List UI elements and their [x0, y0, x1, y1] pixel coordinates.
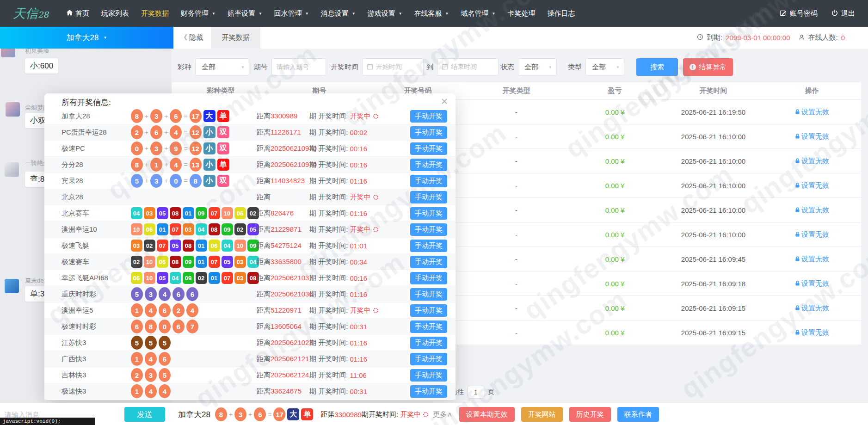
manual-draw-button[interactable]: 手动开奖: [410, 191, 447, 203]
account-password-button[interactable]: 账号密码: [780, 9, 818, 18]
nav-item-赔率设置[interactable]: 赔率设置▼: [228, 9, 262, 18]
cell-action: 设置无效: [763, 108, 861, 117]
send-button[interactable]: 发送: [124, 407, 165, 422]
set-invalid-link[interactable]: 设置无效: [794, 157, 829, 166]
manual-draw-button[interactable]: 手动开奖: [410, 159, 447, 171]
separator: =: [184, 112, 187, 120]
online-label: 在线人数:: [808, 33, 837, 42]
bottom-button-开奖网站[interactable]: 开奖网站: [521, 407, 563, 422]
bottom-button-历史开奖[interactable]: 历史开奖: [569, 407, 611, 422]
logout-button[interactable]: 退出: [831, 9, 855, 18]
set-invalid-link[interactable]: 设置无效: [794, 132, 829, 141]
lottery-type-select[interactable]: 全部▼: [195, 58, 249, 76]
manual-draw-button[interactable]: 手动开奖: [410, 207, 447, 220]
manual-draw-button[interactable]: 手动开奖: [410, 304, 447, 317]
race-number-chip: 01: [183, 207, 194, 219]
manual-draw-button[interactable]: 手动开奖: [410, 175, 447, 187]
lottery-selector-button[interactable]: 加拿大28▼: [0, 27, 173, 49]
tab-draw-data[interactable]: 开奖数据: [211, 27, 260, 49]
nav-item-财务管理[interactable]: 财务管理▼: [181, 9, 215, 18]
dist-value: 20250621036: [271, 290, 313, 298]
bottom-button-设置本期无效[interactable]: 设置本期无效: [459, 407, 515, 422]
nav-item-消息设置[interactable]: 消息设置▼: [321, 9, 356, 18]
lock-icon: [794, 231, 800, 239]
number-ball: 8: [145, 320, 157, 333]
bottom-button-联系作者[interactable]: 联系作者: [617, 407, 659, 422]
race-number-chip: 09: [183, 256, 194, 268]
more-button[interactable]: 更多∧: [433, 410, 452, 419]
chevron-down-icon: ▼: [548, 65, 552, 69]
start-time-picker[interactable]: 开始时间: [362, 58, 424, 76]
nav-item-开奖数据[interactable]: 开奖数据: [141, 9, 169, 18]
manual-draw-button[interactable]: 手动开奖: [410, 256, 447, 268]
manual-draw-button[interactable]: 手动开奖: [410, 240, 447, 252]
filter-bar: 彩种 全部▼ 期号 开奖时间 开始时间 到 结束时间 状态 全部▼ 类型 全部▼…: [172, 58, 733, 76]
race-number-chip: 07: [170, 223, 181, 235]
draw-time: 期 开奖时间: 01:01: [309, 241, 402, 250]
set-invalid-label: 设置无效: [801, 230, 829, 239]
sub-header: 加拿大28▼ 《 隐藏 开奖数据 到期: 2099-03-01 00:00:00…: [0, 27, 868, 49]
race-number-chip: 07: [222, 272, 233, 284]
end-time-picker[interactable]: 结束时间: [437, 58, 499, 76]
dist-label: 距离: [257, 339, 271, 346]
kind-label: 类型: [568, 63, 582, 72]
page-number-input[interactable]: [468, 386, 484, 399]
manual-draw-button[interactable]: 手动开奖: [410, 223, 447, 236]
nav-item-游戏设置[interactable]: 游戏设置▼: [368, 9, 402, 18]
draw-result-balls: 03020705080106041009: [131, 240, 257, 252]
race-number-chip: 03: [234, 272, 246, 284]
search-button[interactable]: 搜索: [636, 58, 678, 76]
cell-draw-time: 2025-06-21 16:09:15: [664, 329, 763, 337]
manual-draw-button[interactable]: 手动开奖: [410, 142, 447, 155]
manual-draw-button[interactable]: 手动开奖: [410, 353, 447, 365]
time-label: 期 开奖时间:: [309, 241, 348, 250]
number-ball: 17: [273, 407, 285, 421]
nav-item-操作日志[interactable]: 操作日志: [547, 9, 575, 18]
race-number-chip: 06: [209, 240, 220, 252]
nav-item-回水管理[interactable]: 回水管理▼: [274, 9, 309, 18]
manual-draw-button[interactable]: 手动开奖: [410, 337, 447, 349]
chevron-down-icon: ▼: [241, 65, 245, 69]
cell-draw-type: -: [467, 304, 566, 312]
close-icon[interactable]: ✕: [441, 96, 448, 107]
lock-icon: [794, 133, 800, 141]
race-number-chip: 02: [131, 256, 142, 268]
manual-draw-button[interactable]: 手动开奖: [410, 110, 447, 123]
number-ball: 8: [215, 407, 227, 421]
status-select[interactable]: 全部▼: [518, 58, 557, 76]
chevron-down-icon: ▼: [259, 12, 262, 16]
set-invalid-link[interactable]: 设置无效: [794, 255, 829, 264]
time-value: 01:16: [348, 355, 367, 363]
issue-input[interactable]: [272, 63, 326, 71]
manual-draw-button[interactable]: 手动开奖: [410, 385, 447, 398]
set-invalid-link[interactable]: 设置无效: [794, 181, 829, 190]
manual-draw-button[interactable]: 手动开奖: [410, 272, 447, 284]
kind-select[interactable]: 全部▼: [585, 58, 624, 76]
set-invalid-link[interactable]: 设置无效: [794, 328, 829, 337]
set-invalid-link[interactable]: 设置无效: [794, 230, 829, 239]
result-chip: 单: [217, 159, 229, 171]
manual-draw-button[interactable]: 手动开奖: [410, 126, 447, 139]
nav-item-label: 回水管理: [274, 9, 302, 18]
manual-draw-button[interactable]: 手动开奖: [410, 320, 447, 333]
settle-abnormal-button[interactable]: !结算异常: [683, 58, 733, 76]
nav-item-在线客服[interactable]: 在线客服▼: [414, 9, 449, 18]
set-invalid-link[interactable]: 设置无效: [794, 279, 829, 288]
nav-item-卡奖处理[interactable]: 卡奖处理: [507, 9, 535, 18]
draw-result-balls: 235: [131, 368, 257, 382]
hide-panel-button[interactable]: 《 隐藏: [180, 27, 203, 49]
nav-item-首页[interactable]: 首页: [66, 9, 89, 18]
dist-value: 54275124: [271, 241, 302, 249]
manual-draw-button[interactable]: 手动开奖: [410, 288, 447, 301]
draw-time: 期 开奖时间: 00:16: [309, 144, 402, 153]
set-invalid-link[interactable]: 设置无效: [794, 206, 829, 215]
set-invalid-link[interactable]: 设置无效: [794, 304, 829, 313]
time-label: 期 开奖时间:: [309, 193, 348, 202]
cell-profit: 0.00 ¥: [566, 206, 664, 214]
countdown-issue: 距离21229871: [257, 225, 309, 234]
nav-item-玩家列表[interactable]: 玩家列表: [101, 9, 129, 18]
number-ball: 5: [131, 336, 143, 350]
nav-item-域名管理[interactable]: 域名管理▼: [461, 9, 496, 18]
set-invalid-link[interactable]: 设置无效: [794, 108, 829, 117]
manual-draw-button[interactable]: 手动开奖: [410, 369, 447, 382]
